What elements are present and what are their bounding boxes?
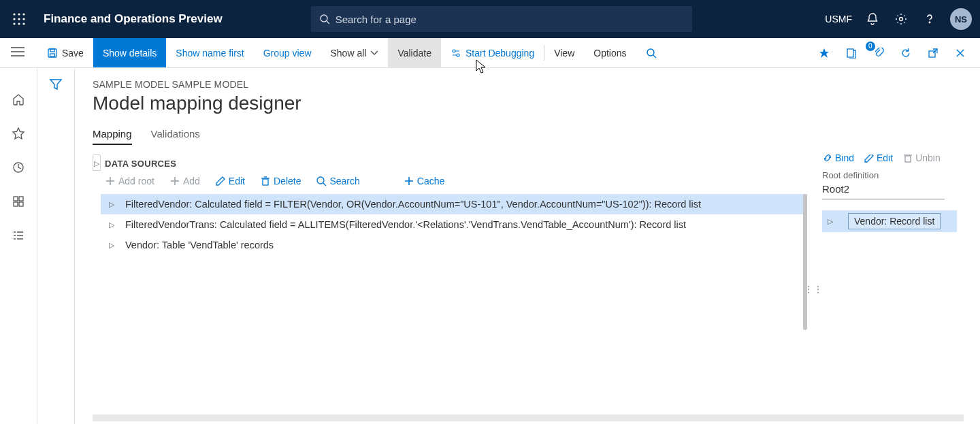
app-title: Finance and Operations Preview: [44, 12, 223, 26]
svg-line-22: [653, 55, 656, 58]
attachments-badge: 0: [866, 42, 875, 51]
svg-rect-18: [50, 54, 55, 56]
actionbar-search-icon[interactable]: [636, 38, 666, 67]
validate-button[interactable]: Validate: [388, 38, 441, 67]
settings-icon[interactable]: [893, 11, 909, 27]
legal-entity-selector[interactable]: USMF: [825, 14, 852, 25]
svg-point-4: [18, 18, 20, 20]
svg-point-0: [13, 13, 15, 15]
svg-point-9: [321, 15, 327, 22]
help-icon[interactable]: [921, 11, 938, 27]
group-view-button[interactable]: Group view: [254, 38, 321, 67]
save-button[interactable]: Save: [37, 38, 93, 67]
popout-icon[interactable]: [923, 43, 943, 63]
svg-point-21: [647, 49, 654, 56]
svg-line-10: [327, 21, 329, 24]
svg-point-2: [22, 13, 24, 15]
page-options-icon[interactable]: [841, 43, 862, 63]
debug-icon: [451, 48, 461, 59]
svg-point-11: [900, 18, 903, 21]
top-navbar: Finance and Operations Preview USMF NS: [0, 0, 980, 38]
save-label: Save: [62, 48, 84, 59]
attachments-icon[interactable]: 0: [868, 43, 889, 63]
svg-point-3: [13, 18, 15, 20]
svg-point-5: [22, 18, 24, 20]
show-name-first-button[interactable]: Show name first: [166, 38, 253, 67]
nav-expand-icon[interactable]: [11, 46, 24, 57]
svg-rect-16: [48, 49, 56, 57]
app-launcher-icon[interactable]: [8, 8, 30, 30]
svg-point-6: [13, 22, 15, 25]
svg-marker-23: [819, 48, 829, 58]
svg-point-12: [929, 22, 930, 22]
view-menu[interactable]: View: [544, 38, 584, 67]
search-icon: [319, 14, 330, 25]
refresh-icon[interactable]: [896, 43, 916, 63]
start-debugging-button[interactable]: Start Debugging: [441, 38, 544, 67]
svg-point-19: [453, 50, 455, 52]
global-search[interactable]: [311, 6, 692, 32]
close-icon[interactable]: [950, 43, 970, 63]
options-menu[interactable]: Options: [584, 38, 636, 67]
personalize-icon[interactable]: [814, 43, 834, 63]
show-details-button[interactable]: Show details: [93, 38, 166, 67]
svg-rect-24: [847, 49, 853, 57]
show-all-button[interactable]: Show all: [321, 38, 389, 67]
svg-point-7: [18, 22, 20, 25]
global-search-input[interactable]: [336, 14, 684, 25]
action-bar: Save Show details Show name first Group …: [0, 38, 980, 68]
save-icon: [47, 48, 58, 59]
svg-point-8: [22, 22, 24, 25]
chevron-down-icon: [370, 50, 378, 56]
svg-point-1: [18, 13, 20, 15]
svg-point-20: [457, 54, 459, 56]
user-avatar[interactable]: NS: [950, 8, 972, 30]
svg-rect-17: [50, 49, 54, 52]
notifications-icon[interactable]: [864, 11, 881, 27]
show-details-label: Show details: [103, 48, 157, 59]
